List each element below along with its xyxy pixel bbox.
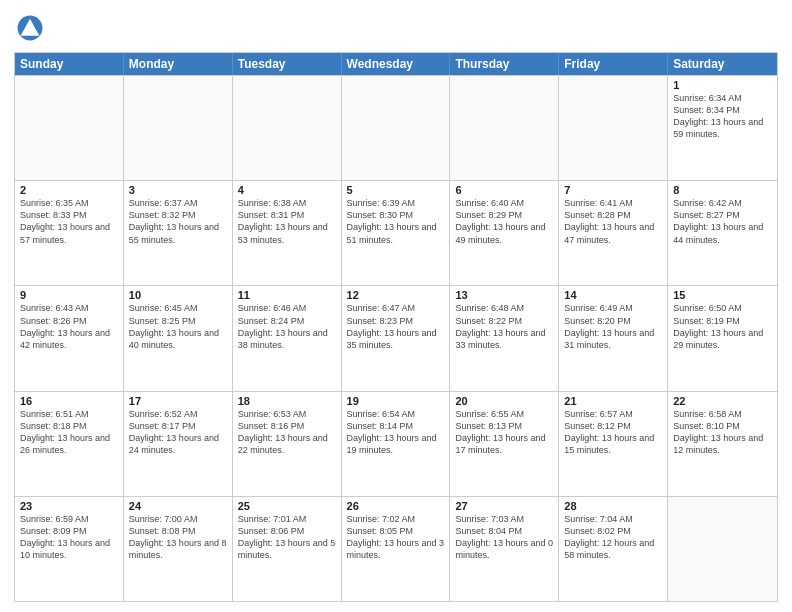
day-number: 22	[673, 395, 772, 407]
header-day-saturday: Saturday	[668, 53, 777, 75]
calendar-cell: 13Sunrise: 6:48 AM Sunset: 8:22 PM Dayli…	[450, 286, 559, 390]
day-info: Sunrise: 6:51 AM Sunset: 8:18 PM Dayligh…	[20, 408, 118, 457]
day-number: 12	[347, 289, 445, 301]
header-day-sunday: Sunday	[15, 53, 124, 75]
day-info: Sunrise: 6:58 AM Sunset: 8:10 PM Dayligh…	[673, 408, 772, 457]
logo-icon	[16, 14, 44, 42]
calendar-cell: 26Sunrise: 7:02 AM Sunset: 8:05 PM Dayli…	[342, 497, 451, 601]
calendar-cell: 12Sunrise: 6:47 AM Sunset: 8:23 PM Dayli…	[342, 286, 451, 390]
calendar-row-5: 23Sunrise: 6:59 AM Sunset: 8:09 PM Dayli…	[15, 496, 777, 601]
day-number: 2	[20, 184, 118, 196]
header-day-monday: Monday	[124, 53, 233, 75]
calendar-cell: 2Sunrise: 6:35 AM Sunset: 8:33 PM Daylig…	[15, 181, 124, 285]
day-number: 27	[455, 500, 553, 512]
day-info: Sunrise: 6:41 AM Sunset: 8:28 PM Dayligh…	[564, 197, 662, 246]
calendar-cell: 5Sunrise: 6:39 AM Sunset: 8:30 PM Daylig…	[342, 181, 451, 285]
calendar-cell: 28Sunrise: 7:04 AM Sunset: 8:02 PM Dayli…	[559, 497, 668, 601]
calendar-cell: 6Sunrise: 6:40 AM Sunset: 8:29 PM Daylig…	[450, 181, 559, 285]
day-info: Sunrise: 6:47 AM Sunset: 8:23 PM Dayligh…	[347, 302, 445, 351]
calendar-cell: 9Sunrise: 6:43 AM Sunset: 8:26 PM Daylig…	[15, 286, 124, 390]
day-info: Sunrise: 6:43 AM Sunset: 8:26 PM Dayligh…	[20, 302, 118, 351]
calendar-cell	[124, 76, 233, 180]
calendar-row-3: 9Sunrise: 6:43 AM Sunset: 8:26 PM Daylig…	[15, 285, 777, 390]
day-info: Sunrise: 7:01 AM Sunset: 8:06 PM Dayligh…	[238, 513, 336, 562]
calendar-cell: 21Sunrise: 6:57 AM Sunset: 8:12 PM Dayli…	[559, 392, 668, 496]
day-number: 5	[347, 184, 445, 196]
day-number: 20	[455, 395, 553, 407]
calendar: SundayMondayTuesdayWednesdayThursdayFrid…	[14, 52, 778, 602]
calendar-header: SundayMondayTuesdayWednesdayThursdayFrid…	[15, 53, 777, 75]
day-number: 15	[673, 289, 772, 301]
day-number: 3	[129, 184, 227, 196]
calendar-cell: 16Sunrise: 6:51 AM Sunset: 8:18 PM Dayli…	[15, 392, 124, 496]
day-number: 18	[238, 395, 336, 407]
calendar-cell: 22Sunrise: 6:58 AM Sunset: 8:10 PM Dayli…	[668, 392, 777, 496]
day-info: Sunrise: 6:54 AM Sunset: 8:14 PM Dayligh…	[347, 408, 445, 457]
day-number: 23	[20, 500, 118, 512]
calendar-cell: 1Sunrise: 6:34 AM Sunset: 8:34 PM Daylig…	[668, 76, 777, 180]
calendar-cell: 25Sunrise: 7:01 AM Sunset: 8:06 PM Dayli…	[233, 497, 342, 601]
day-number: 26	[347, 500, 445, 512]
day-number: 4	[238, 184, 336, 196]
day-info: Sunrise: 6:52 AM Sunset: 8:17 PM Dayligh…	[129, 408, 227, 457]
calendar-cell	[450, 76, 559, 180]
calendar-cell	[233, 76, 342, 180]
day-info: Sunrise: 7:00 AM Sunset: 8:08 PM Dayligh…	[129, 513, 227, 562]
day-number: 24	[129, 500, 227, 512]
day-info: Sunrise: 6:57 AM Sunset: 8:12 PM Dayligh…	[564, 408, 662, 457]
calendar-cell: 24Sunrise: 7:00 AM Sunset: 8:08 PM Dayli…	[124, 497, 233, 601]
day-info: Sunrise: 7:04 AM Sunset: 8:02 PM Dayligh…	[564, 513, 662, 562]
day-number: 17	[129, 395, 227, 407]
day-number: 14	[564, 289, 662, 301]
calendar-cell: 15Sunrise: 6:50 AM Sunset: 8:19 PM Dayli…	[668, 286, 777, 390]
calendar-cell: 11Sunrise: 6:46 AM Sunset: 8:24 PM Dayli…	[233, 286, 342, 390]
day-info: Sunrise: 6:49 AM Sunset: 8:20 PM Dayligh…	[564, 302, 662, 351]
calendar-cell: 23Sunrise: 6:59 AM Sunset: 8:09 PM Dayli…	[15, 497, 124, 601]
day-info: Sunrise: 7:03 AM Sunset: 8:04 PM Dayligh…	[455, 513, 553, 562]
day-number: 28	[564, 500, 662, 512]
calendar-cell: 7Sunrise: 6:41 AM Sunset: 8:28 PM Daylig…	[559, 181, 668, 285]
day-info: Sunrise: 6:40 AM Sunset: 8:29 PM Dayligh…	[455, 197, 553, 246]
day-info: Sunrise: 6:38 AM Sunset: 8:31 PM Dayligh…	[238, 197, 336, 246]
logo	[14, 14, 48, 46]
day-number: 16	[20, 395, 118, 407]
calendar-row-4: 16Sunrise: 6:51 AM Sunset: 8:18 PM Dayli…	[15, 391, 777, 496]
day-info: Sunrise: 6:46 AM Sunset: 8:24 PM Dayligh…	[238, 302, 336, 351]
day-number: 11	[238, 289, 336, 301]
calendar-cell	[15, 76, 124, 180]
header-day-tuesday: Tuesday	[233, 53, 342, 75]
day-info: Sunrise: 6:37 AM Sunset: 8:32 PM Dayligh…	[129, 197, 227, 246]
calendar-row-1: 1Sunrise: 6:34 AM Sunset: 8:34 PM Daylig…	[15, 75, 777, 180]
calendar-cell	[342, 76, 451, 180]
day-number: 7	[564, 184, 662, 196]
day-info: Sunrise: 6:53 AM Sunset: 8:16 PM Dayligh…	[238, 408, 336, 457]
calendar-cell: 4Sunrise: 6:38 AM Sunset: 8:31 PM Daylig…	[233, 181, 342, 285]
day-info: Sunrise: 6:48 AM Sunset: 8:22 PM Dayligh…	[455, 302, 553, 351]
calendar-cell	[668, 497, 777, 601]
page-container: SundayMondayTuesdayWednesdayThursdayFrid…	[0, 0, 792, 612]
calendar-cell: 19Sunrise: 6:54 AM Sunset: 8:14 PM Dayli…	[342, 392, 451, 496]
calendar-cell: 20Sunrise: 6:55 AM Sunset: 8:13 PM Dayli…	[450, 392, 559, 496]
calendar-cell: 10Sunrise: 6:45 AM Sunset: 8:25 PM Dayli…	[124, 286, 233, 390]
calendar-body: 1Sunrise: 6:34 AM Sunset: 8:34 PM Daylig…	[15, 75, 777, 601]
day-number: 6	[455, 184, 553, 196]
header-day-friday: Friday	[559, 53, 668, 75]
day-number: 13	[455, 289, 553, 301]
day-number: 10	[129, 289, 227, 301]
day-number: 8	[673, 184, 772, 196]
day-number: 25	[238, 500, 336, 512]
day-number: 9	[20, 289, 118, 301]
day-number: 21	[564, 395, 662, 407]
day-number: 1	[673, 79, 772, 91]
day-info: Sunrise: 6:42 AM Sunset: 8:27 PM Dayligh…	[673, 197, 772, 246]
day-info: Sunrise: 6:34 AM Sunset: 8:34 PM Dayligh…	[673, 92, 772, 141]
calendar-cell: 14Sunrise: 6:49 AM Sunset: 8:20 PM Dayli…	[559, 286, 668, 390]
page-header	[14, 10, 778, 46]
calendar-cell: 27Sunrise: 7:03 AM Sunset: 8:04 PM Dayli…	[450, 497, 559, 601]
header-day-thursday: Thursday	[450, 53, 559, 75]
calendar-cell: 8Sunrise: 6:42 AM Sunset: 8:27 PM Daylig…	[668, 181, 777, 285]
day-info: Sunrise: 6:45 AM Sunset: 8:25 PM Dayligh…	[129, 302, 227, 351]
day-info: Sunrise: 6:55 AM Sunset: 8:13 PM Dayligh…	[455, 408, 553, 457]
calendar-cell	[559, 76, 668, 180]
day-number: 19	[347, 395, 445, 407]
